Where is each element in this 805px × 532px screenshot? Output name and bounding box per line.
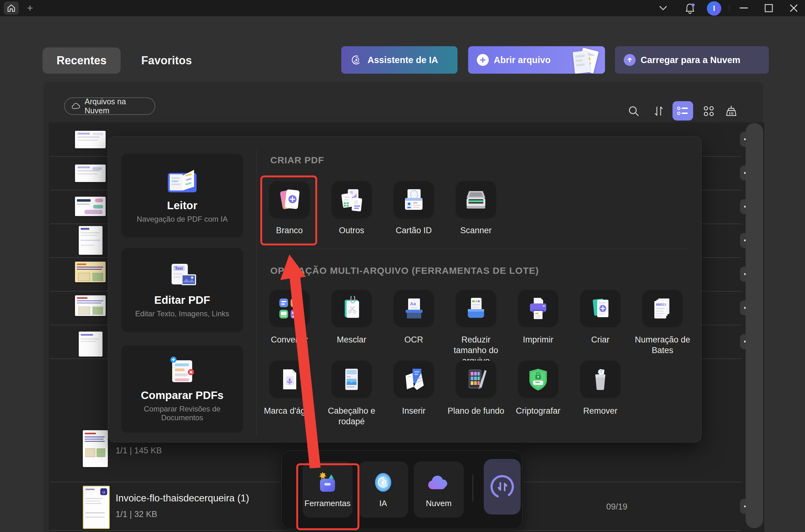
bates-sample-number: 000123: [656, 303, 666, 306]
tool-outros-label: Outros: [321, 225, 383, 236]
file-meta: 1/1 | 32 KB: [116, 510, 157, 519]
card-comparar-title: Comparar PDFs: [141, 389, 224, 401]
ai-assistant-label: Assistente de IA: [367, 55, 438, 65]
sync-progress-icon: [488, 472, 516, 501]
tool-cabecalho[interactable]: [331, 361, 372, 398]
avatar[interactable]: I: [707, 1, 721, 16]
tool-bates[interactable]: 000123: [642, 290, 683, 327]
titlebar-divider: [729, 5, 729, 12]
tool-plano-de-fundo[interactable]: [456, 361, 496, 398]
tab-favoritos[interactable]: Favoritos: [141, 48, 192, 74]
modal-divider-vertical: [256, 150, 257, 436]
dock-ia[interactable]: IA: [358, 461, 408, 518]
card-comparar-pdfs[interactable]: Comparar PDFs Comparar Revisões de Docum…: [121, 345, 243, 433]
compare-doc-icon: [163, 356, 201, 386]
tool-ocr[interactable]: Aa: [394, 290, 434, 327]
tool-reduzir[interactable]: [456, 290, 496, 327]
close-button[interactable]: [785, 2, 803, 14]
chevron-down-icon[interactable]: [656, 2, 670, 14]
dock-nuvem[interactable]: Nuvem: [414, 461, 464, 518]
tool-scanner-label: Scanner: [445, 225, 507, 236]
ai-orb-icon: [372, 471, 395, 494]
tool-remover-label: Remover: [569, 406, 631, 417]
cloud-files-chip[interactable]: Arquivos na Nuvem: [64, 97, 155, 115]
home-tab[interactable]: [4, 2, 19, 15]
new-tab-button[interactable]: +: [24, 1, 36, 15]
card-leitor-title: Leitor: [167, 199, 197, 212]
tool-criar[interactable]: [580, 290, 621, 327]
tool-criptografar[interactable]: ***: [518, 361, 559, 398]
annotation-rect-ferramentas: [296, 463, 359, 530]
other-docs-icon: [339, 187, 365, 213]
plus-circle-icon: [477, 54, 489, 66]
file-meta: 1/1 | 145 KB: [116, 446, 162, 456]
list-view-icon: [677, 105, 689, 116]
ai-swirl-icon: [350, 54, 363, 66]
create-icon: [588, 296, 613, 321]
tool-mesclar[interactable]: [331, 290, 372, 327]
file-thumbnail[interactable]: [75, 131, 106, 148]
reader-book-icon: [163, 167, 201, 196]
upload-cloud-label: Carregar para a Nuvem: [641, 55, 740, 65]
home-icon: [7, 4, 16, 13]
file-title[interactable]: Invoice-flo-thaisdecerqueira (1): [116, 493, 249, 504]
open-file-button[interactable]: Abrir arquivo: [468, 46, 605, 74]
search-icon[interactable]: [625, 102, 642, 120]
tool-cabecalho-label: Cabeçalho e rodapé: [321, 406, 383, 427]
tool-scanner[interactable]: [456, 181, 496, 218]
cloud-icon: [426, 471, 452, 494]
file-thumbnail[interactable]: [79, 226, 103, 255]
maximize-button[interactable]: [760, 2, 777, 14]
background-icon: [463, 367, 489, 392]
tool-outros[interactable]: [331, 181, 372, 218]
grid-view-icon[interactable]: [700, 102, 717, 120]
remove-icon: [588, 367, 613, 392]
svg-text:Aa: Aa: [410, 301, 416, 306]
file-thumbnail[interactable]: [83, 430, 108, 467]
dock-divider: [473, 475, 473, 501]
invoice-logo: u: [100, 488, 107, 495]
card-leitor[interactable]: Leitor Navegação de PDF com IA: [121, 154, 243, 237]
section-batch: OPERAÇÃO MULTI-ARQUIVO (FERRAMENTAS DE L…: [270, 265, 539, 276]
file-thumbnail-invoice[interactable]: u: [83, 486, 110, 529]
tool-imprimir[interactable]: [518, 290, 559, 327]
tool-marca-dagua-label: Marca d'água: [258, 406, 320, 417]
open-file-label: Abrir arquivo: [494, 55, 551, 65]
file-date: 09/19: [606, 502, 627, 512]
annotation-rect-branco: [260, 175, 317, 245]
scanner-icon: [463, 187, 489, 213]
merge-icon: [339, 296, 364, 321]
file-thumbnail[interactable]: [75, 197, 106, 216]
tab-recentes[interactable]: Recentes: [42, 48, 121, 74]
card-editar-pdf[interactable]: Text Editar PDF Editar Texto, Imagens, L…: [121, 248, 243, 332]
sync-progress-button[interactable]: [484, 459, 520, 514]
tool-remover[interactable]: [580, 361, 621, 398]
bell-icon[interactable]: [682, 1, 697, 16]
file-thumbnail[interactable]: [75, 262, 106, 282]
avatar-letter: I: [713, 4, 715, 13]
convert-icon: [277, 296, 302, 321]
tool-marca-dagua[interactable]: [269, 361, 310, 398]
upload-cloud-button[interactable]: Carregar para a Nuvem: [615, 46, 769, 74]
tool-ocr-label: OCR: [383, 335, 445, 345]
watermark-icon: [277, 367, 302, 392]
tool-criar-label: Criar: [569, 335, 631, 345]
card-leitor-subtitle: Navegação de PDF com IA: [131, 215, 234, 224]
file-thumbnail[interactable]: [75, 165, 106, 182]
cloud-icon: [72, 103, 80, 110]
ocr-icon: Aa: [401, 296, 426, 321]
tool-inserir[interactable]: [394, 361, 434, 398]
minimize-button[interactable]: [735, 2, 752, 14]
scrollbar[interactable]: [746, 123, 763, 528]
svg-text:***: ***: [535, 381, 540, 385]
file-thumbnail[interactable]: [75, 295, 106, 316]
tool-cartao-id[interactable]: [394, 181, 434, 218]
ai-assistant-button[interactable]: Assistente de IA: [341, 46, 457, 74]
sort-icon[interactable]: [650, 102, 667, 120]
tab-recentes-label: Recentes: [57, 54, 107, 67]
tool-converter[interactable]: [269, 290, 310, 327]
file-thumbnail[interactable]: [79, 331, 103, 357]
clean-broom-icon[interactable]: [722, 102, 740, 120]
list-view-button[interactable]: [673, 101, 693, 120]
card-editar-title: Editar PDF: [154, 294, 210, 306]
